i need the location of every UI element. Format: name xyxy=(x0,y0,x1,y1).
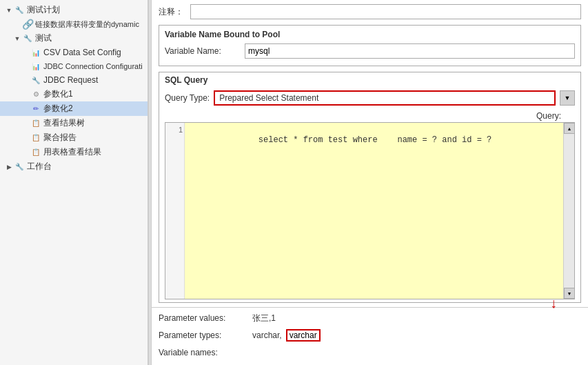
annotation-input[interactable] xyxy=(190,4,581,19)
expand-icon-jdbc-config xyxy=(22,63,29,70)
sidebar-item-csv[interactable]: 📊 CSV Data Set Config xyxy=(0,46,148,59)
annotation-row: 注释： xyxy=(159,4,581,19)
expand-icon-csv xyxy=(22,49,29,56)
query-text: select * from test where name = ? and id… xyxy=(258,135,491,145)
scrollbar-track[interactable] xyxy=(564,134,574,288)
expand-icon-db xyxy=(14,21,21,28)
variable-names-label: Variable names: xyxy=(159,348,248,357)
panel-content: 注释： Variable Name Bound to Pool Variable… xyxy=(152,0,588,307)
agg-report-icon: 📋 xyxy=(30,132,41,144)
query-editor-wrapper: Query: 1 select * from test where name =… xyxy=(159,111,580,302)
param-types-value1: varchar, xyxy=(252,331,282,340)
expand-icon-test-plan[interactable]: ▼ xyxy=(6,7,12,14)
sidebar-label-workbench: 工作台 xyxy=(27,161,52,172)
expand-icon-view xyxy=(22,120,29,127)
param-types-label: Parameter types: xyxy=(159,331,248,340)
dropdown-arrow-icon: ▼ xyxy=(565,95,571,101)
param-values-label: Parameter values: xyxy=(159,313,248,323)
sidebar-item-view-results[interactable]: 📋 查看结果树 xyxy=(0,116,148,130)
query-header: Query: xyxy=(165,111,575,121)
query-editor[interactable]: 1 select * from test where name = ? and … xyxy=(165,122,575,299)
query-scrollbar: ▲ ▼ xyxy=(563,123,574,299)
scroll-up-btn[interactable]: ▲ xyxy=(564,123,575,134)
line-numbers: 1 xyxy=(165,123,185,299)
sidebar-item-param2[interactable]: ✏ 参数化2 xyxy=(0,101,148,116)
table-view-icon: 📋 xyxy=(30,147,41,158)
scroll-down-icon: ▼ xyxy=(567,291,572,296)
sidebar-item-jdbc-config[interactable]: 📊 JDBC Connection Configurati xyxy=(0,59,148,73)
sql-section-title: SQL Query xyxy=(159,72,580,88)
query-type-row: Query Type: Prepared Select Statement ▼ xyxy=(159,88,580,108)
scroll-up-icon: ▲ xyxy=(567,126,572,131)
variable-section-title: Variable Name Bound to Pool xyxy=(165,30,575,39)
test-plan-icon: 🔧 xyxy=(14,5,25,16)
sidebar-label-param2: 参数化2 xyxy=(43,103,73,115)
variable-name-row: Variable Name: xyxy=(165,43,575,59)
sidebar-label-table-view: 用表格查看结果 xyxy=(43,146,101,158)
variable-section: Variable Name Bound to Pool Variable Nam… xyxy=(159,25,581,66)
variable-name-label: Variable Name: xyxy=(165,46,241,56)
sidebar-label-csv: CSV Data Set Config xyxy=(43,48,121,57)
expand-icon-param1 xyxy=(22,91,29,98)
expand-icon-param2 xyxy=(22,106,29,112)
query-type-text: Prepared Select Statement xyxy=(219,93,550,103)
red-arrow-annotation: ↓ xyxy=(550,295,557,311)
scroll-down-btn[interactable]: ▼ xyxy=(564,288,575,299)
db-icon: 🔗 xyxy=(22,19,33,30)
sidebar-label-view-results: 查看结果树 xyxy=(43,117,85,129)
sidebar-item-workbench[interactable]: ▶ 🔧 工作台 xyxy=(0,159,148,174)
sidebar-label-test: 测试 xyxy=(35,32,52,44)
variable-name-input[interactable] xyxy=(245,43,575,59)
workbench-icon: 🔧 xyxy=(14,161,25,172)
param-types-highlight: varchar xyxy=(286,329,321,342)
sidebar-item-test[interactable]: ▼ 🔧 测试 xyxy=(0,31,148,46)
param2-icon: ✏ xyxy=(30,103,41,115)
jdbc-request-icon: 🔧 xyxy=(30,75,41,86)
sidebar-label-jdbc-config: JDBC Connection Configurati xyxy=(43,62,143,70)
sidebar-label-agg-report: 聚合报告 xyxy=(43,132,77,144)
param1-icon: ⚙ xyxy=(30,89,41,100)
csv-icon: 📊 xyxy=(30,47,41,58)
expand-icon-test[interactable]: ▼ xyxy=(14,35,21,42)
sidebar-item-agg-report[interactable]: 📋 聚合报告 xyxy=(0,130,148,145)
right-panel: 注释： Variable Name Bound to Pool Variable… xyxy=(152,0,588,365)
main-area: ▼ 🔧 测试计划 🔗 链接数据库获得变量的dynamic ▼ 🔧 测试 📊 CS… xyxy=(0,0,588,365)
sql-section: SQL Query Query Type: Prepared Select St… xyxy=(159,72,581,303)
sidebar-label-param1: 参数化1 xyxy=(43,88,73,100)
jdbc-config-icon: 📊 xyxy=(30,61,41,72)
expand-icon-jdbc-request xyxy=(22,77,29,83)
query-textarea[interactable]: select * from test where name = ? and id… xyxy=(185,123,563,299)
sidebar-item-param1[interactable]: ⚙ 参数化1 xyxy=(0,87,148,101)
expand-icon-table xyxy=(22,149,29,156)
line-number-1: 1 xyxy=(167,126,183,134)
sidebar-label-db: 链接数据库获得变量的dynamic xyxy=(35,19,139,30)
param-values-value: 张三,1 xyxy=(252,313,276,324)
expand-icon-workbench[interactable]: ▶ xyxy=(6,164,12,170)
query-type-box: Prepared Select Statement xyxy=(214,90,556,106)
bottom-params: ↓ Parameter values: 张三,1 Parameter types… xyxy=(152,307,588,365)
test-icon: 🔧 xyxy=(22,33,33,44)
sidebar-label-test-plan: 测试计划 xyxy=(27,4,60,16)
param-types-row: Parameter types: varchar, varchar xyxy=(159,328,581,343)
expand-icon-agg xyxy=(22,135,29,141)
sidebar-item-db-dynamic[interactable]: 🔗 链接数据库获得变量的dynamic xyxy=(0,17,148,31)
sidebar-item-test-plan[interactable]: ▼ 🔧 测试计划 xyxy=(0,3,148,17)
param-values-row: Parameter values: 张三,1 xyxy=(159,310,581,326)
query-type-dropdown[interactable]: ▼ xyxy=(560,90,575,106)
sidebar-label-jdbc-request: JDBC Request xyxy=(43,75,98,85)
query-label: Query: xyxy=(536,111,561,121)
annotation-label: 注释： xyxy=(159,6,186,18)
sidebar: ▼ 🔧 测试计划 🔗 链接数据库获得变量的dynamic ▼ 🔧 测试 📊 CS… xyxy=(0,0,148,365)
query-type-label: Query Type: xyxy=(165,93,210,103)
sidebar-item-jdbc-request[interactable]: 🔧 JDBC Request xyxy=(0,73,148,87)
view-results-icon: 📋 xyxy=(30,118,41,129)
variable-names-row: Variable names: xyxy=(159,345,581,360)
sidebar-item-table-view[interactable]: 📋 用表格查看结果 xyxy=(0,145,148,159)
